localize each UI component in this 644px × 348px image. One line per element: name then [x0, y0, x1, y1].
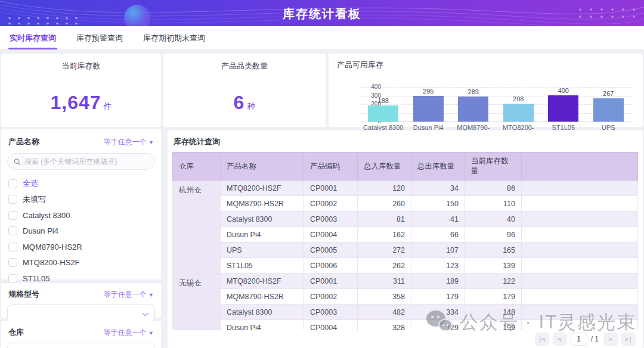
inventory-table: 仓库产品名称产品编码总入库数量总出库数量当前库存数量 杭州仓MTQ8200-HS…: [172, 152, 638, 336]
cell-out: 41: [411, 212, 465, 227]
cell-out: 107: [411, 243, 465, 258]
gridline-0: [361, 122, 631, 122]
bar-column-ST1L05: 400: [541, 87, 586, 122]
table-row[interactable]: UPSCP0005272107165: [173, 243, 638, 258]
product-option-2[interactable]: Catalyst 8300: [8, 207, 154, 223]
table-row[interactable]: 杭州仓MTQ8200-HS2FCP00011203486: [173, 181, 638, 196]
chart-title: 产品可用库存: [337, 60, 634, 70]
warehouse-cell: 无锡仓: [173, 274, 221, 337]
cell-code: CP0006: [304, 258, 358, 274]
bar[interactable]: [548, 95, 578, 122]
tab-bar: 实时库存查询库存预警查询库存期初期末查询: [0, 26, 644, 50]
cell-product: MTQ8200-HS2F: [221, 181, 304, 196]
tab-1[interactable]: 库存预警查询: [75, 26, 124, 50]
bar-column-MQM8790-HS2R: 289: [451, 87, 496, 122]
filter-operator-dropdown[interactable]: 等于任意一个 ▼: [104, 137, 154, 147]
stat-title: 当前库存数: [1, 61, 161, 72]
column-header: 仓库: [173, 153, 221, 181]
table-row[interactable]: Catalyst 8300CP0003482334148: [173, 304, 638, 320]
cell-code: CP0002: [304, 196, 358, 212]
checkbox[interactable]: [8, 179, 17, 188]
product-option-3[interactable]: Dusun Pi4: [8, 223, 154, 240]
bar-value-label: 289: [468, 88, 479, 95]
cell-stock: 96: [465, 227, 522, 243]
cell-in: 81: [358, 212, 411, 227]
cell-stock: 165: [465, 243, 522, 258]
option-label: Catalyst 8300: [23, 211, 70, 220]
stat-card-product-categories: 产品品类数量 6种: [163, 54, 326, 127]
bar[interactable]: [458, 97, 488, 122]
checkbox[interactable]: [8, 195, 17, 204]
tab-0[interactable]: 实时库存查询: [8, 26, 57, 50]
prev-page-button[interactable]: <: [553, 333, 567, 346]
filter-label: 产品名称: [8, 136, 39, 147]
tab-2[interactable]: 库存期初期末查询: [142, 26, 206, 50]
filler-cell: [522, 181, 638, 196]
filler-cell: [522, 243, 638, 258]
cell-in: 358: [358, 289, 411, 304]
filler-cell: [522, 304, 638, 320]
filler-cell: [522, 274, 638, 289]
product-option-1[interactable]: 未填写: [8, 192, 154, 208]
cell-in: 311: [358, 274, 411, 289]
first-page-button[interactable]: |<: [535, 333, 549, 346]
search-input[interactable]: [24, 157, 148, 166]
filter-card-product-name: 产品名称 等于任意一个 ▼ 全选未填写Catalyst 8300Dusun Pi…: [1, 129, 161, 279]
option-label: MQM8790-HS2R: [23, 243, 82, 251]
filter-operator-dropdown[interactable]: 等于任意一个 ▼: [104, 290, 154, 300]
bar-value-label: 400: [558, 87, 569, 94]
cell-stock: 40: [465, 212, 522, 227]
stat-unit: 件: [104, 101, 112, 111]
cell-stock: 179: [465, 289, 522, 304]
table-row[interactable]: MQM8790-HS2RCP0002358179179: [173, 289, 638, 304]
cell-stock: 86: [465, 181, 522, 196]
warehouse-cell: 杭州仓: [173, 181, 221, 274]
product-option-5[interactable]: MTQ8200-HS2F: [8, 255, 154, 271]
last-page-button[interactable]: >|: [621, 333, 636, 346]
table-row[interactable]: MQM8790-HS2RCP0002260150110: [173, 196, 638, 212]
checkbox[interactable]: [8, 258, 17, 267]
filter-label: 规格型号: [8, 289, 39, 300]
filler-cell: [522, 289, 638, 304]
checkbox[interactable]: [8, 211, 17, 220]
page-number-input[interactable]: 1: [571, 333, 587, 346]
filter-card-spec-model: 规格型号 等于任意一个 ▼: [1, 283, 161, 318]
bar[interactable]: [503, 104, 534, 122]
search-input-wrap: [7, 153, 155, 170]
cell-code: CP0003: [304, 304, 358, 320]
checkbox[interactable]: [8, 274, 17, 283]
warehouse-select[interactable]: [7, 343, 155, 348]
product-option-4[interactable]: MQM8790-HS2R: [8, 239, 154, 255]
cell-in: 260: [358, 196, 411, 212]
cell-out: 123: [411, 258, 465, 274]
next-page-button[interactable]: >: [603, 333, 618, 346]
cell-in: 162: [358, 227, 411, 243]
checkbox[interactable]: [8, 243, 17, 251]
bar-column-UPS: 267: [586, 87, 631, 122]
bar-value-label: 295: [423, 88, 434, 95]
chevron-down-icon: ▼: [148, 292, 154, 298]
filter-operator-dropdown[interactable]: 等于任意一个 ▼: [104, 328, 154, 338]
table-row[interactable]: ST1L05CP0006262123139: [173, 258, 638, 274]
bar[interactable]: [368, 105, 398, 122]
cell-stock: 110: [465, 196, 522, 212]
cell-in: 262: [358, 258, 411, 274]
table-row[interactable]: Dusun Pi4CP00041626696: [173, 227, 638, 243]
table-row[interactable]: 无锡仓MTQ8200-HS2FCP0001311189122: [173, 274, 638, 289]
cell-in: 120: [358, 181, 411, 196]
checkbox[interactable]: [8, 226, 17, 235]
spec-model-select[interactable]: [7, 304, 155, 322]
cell-out: 66: [411, 227, 465, 243]
cell-out: 179: [411, 289, 465, 304]
product-option-0[interactable]: 全选: [8, 176, 154, 192]
table-scroll-area[interactable]: 仓库产品名称产品编码总入库数量总出库数量当前库存数量 杭州仓MTQ8200-HS…: [172, 152, 638, 336]
bar-column-Catalyst 8300: 188: [361, 87, 406, 122]
bar[interactable]: [593, 98, 624, 122]
pagination: |< < 1 / 1 > >|: [172, 330, 638, 348]
option-label: ST1L05: [23, 274, 50, 283]
chevron-down-icon: ▼: [148, 139, 154, 145]
table-row[interactable]: Catalyst 8300CP0003814140: [173, 212, 638, 227]
cell-product: MQM8790-HS2R: [221, 196, 304, 212]
bar[interactable]: [413, 96, 444, 122]
cell-code: CP0001: [304, 274, 358, 289]
